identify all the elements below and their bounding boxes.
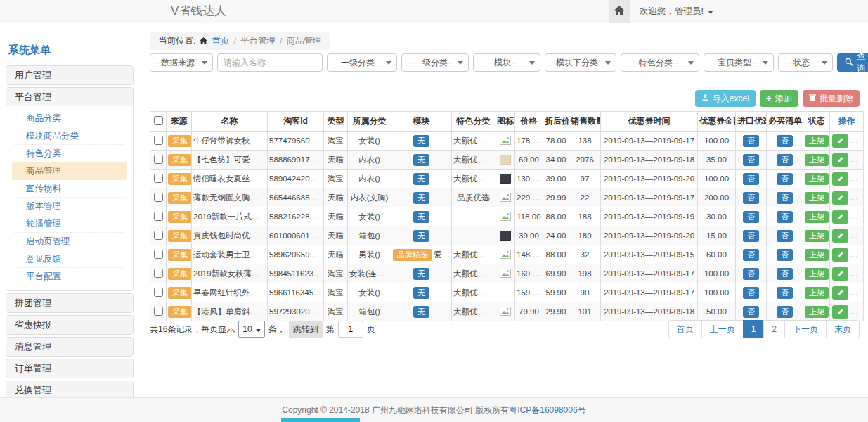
row-checkbox[interactable] bbox=[154, 174, 163, 183]
edit-button[interactable] bbox=[832, 305, 848, 319]
page-button[interactable]: 下一页 bbox=[784, 320, 827, 338]
taoke-id-cell: 589620659791 bbox=[268, 245, 324, 264]
page-size-select[interactable]: 10 bbox=[238, 321, 264, 338]
coupon-time-cell: 2019-09-13—2019-09-17 bbox=[601, 132, 698, 151]
top-navbar: V省钱达人 欢迎您，管理员! bbox=[0, 0, 868, 23]
sidebar-subitem[interactable]: 商品管理 bbox=[12, 162, 127, 180]
pagination-bar: 共16条记录，每页显示 10 条， 跳转到 第 页 首页上一页12下一页末页 bbox=[150, 320, 860, 338]
operations-cell bbox=[830, 302, 864, 321]
imported-badge: 否 bbox=[743, 230, 759, 242]
page-button[interactable]: 2 bbox=[763, 320, 785, 338]
page-button[interactable]: 上一页 bbox=[701, 320, 744, 338]
status-badge: 上架 bbox=[805, 211, 829, 223]
row-select-cell bbox=[150, 151, 167, 170]
coupon-time-cell: 2019-09-13—2019-09-20 bbox=[601, 226, 698, 245]
sidebar-subitem[interactable]: 特色分类 bbox=[12, 145, 127, 162]
must-buy-badge: 否 bbox=[777, 287, 793, 299]
user-menu-toggle[interactable]: 欢迎您，管理员! bbox=[630, 0, 723, 23]
search-button[interactable]: 查询 bbox=[837, 53, 868, 72]
filter-select[interactable]: --特色分类-- bbox=[621, 53, 699, 72]
sidebar-group-heading[interactable]: 省惠快报 bbox=[6, 316, 133, 334]
row-checkbox[interactable] bbox=[154, 212, 163, 221]
filter-select[interactable]: --宝贝类型-- bbox=[704, 53, 774, 72]
name-search-input[interactable] bbox=[217, 53, 323, 72]
sidebar-subitem[interactable]: 轮播管理 bbox=[12, 215, 127, 233]
category-cell: 箱包() bbox=[348, 302, 391, 321]
select-all-checkbox[interactable] bbox=[154, 116, 163, 125]
imported-cell: 否 bbox=[736, 151, 767, 170]
category-cell: 女装() bbox=[348, 283, 391, 302]
sidebar-group: 订单管理 bbox=[6, 359, 134, 378]
imported-cell: 否 bbox=[736, 170, 767, 188]
edit-button[interactable] bbox=[832, 248, 848, 262]
edit-button[interactable] bbox=[832, 153, 848, 167]
filter-select[interactable]: --模块下分类-- bbox=[545, 53, 616, 72]
category-cell: 箱包() bbox=[348, 226, 391, 245]
taoke-id-cell: 577479560965 bbox=[268, 132, 324, 151]
product-name-cell: 真皮钱包时尚优雅女士… bbox=[192, 226, 268, 245]
sidebar-group-heading[interactable]: 订单管理 bbox=[6, 359, 133, 378]
row-checkbox[interactable] bbox=[154, 193, 163, 202]
filter-select[interactable]: --模块-- bbox=[473, 53, 540, 72]
edit-button[interactable] bbox=[832, 229, 848, 243]
filter-select[interactable]: 一级分类 bbox=[327, 53, 397, 72]
source-cell: 采集 bbox=[167, 283, 192, 302]
jump-to-button[interactable]: 跳转到 bbox=[289, 321, 323, 338]
breadcrumb-prefix: 当前位置: bbox=[158, 35, 195, 47]
chevron-down-icon bbox=[458, 61, 463, 65]
sidebar-subitem[interactable]: 启动页管理 bbox=[12, 233, 127, 250]
table-row: 采集2019新款女秋薄款…598451162391淘宝女装(连衣裙)无大额优惠券… bbox=[150, 264, 864, 283]
row-checkbox[interactable] bbox=[154, 307, 163, 316]
chevron-down-icon bbox=[822, 61, 827, 65]
row-checkbox[interactable] bbox=[154, 136, 163, 145]
edit-button[interactable] bbox=[832, 172, 848, 186]
sidebar-subitem[interactable]: 宣传物料 bbox=[12, 180, 127, 198]
product-name-cell: 【港风】单肩斜跨链条… bbox=[192, 302, 268, 321]
edit-button[interactable] bbox=[832, 134, 848, 148]
source-cell: 采集 bbox=[167, 302, 192, 321]
filter-select[interactable]: --状态-- bbox=[778, 53, 833, 72]
type-cell: 天猫 bbox=[324, 245, 348, 264]
row-checkbox[interactable] bbox=[154, 231, 163, 240]
feature-category-cell: 品质优选 bbox=[452, 188, 495, 207]
edit-button[interactable] bbox=[832, 267, 848, 281]
edit-button[interactable] bbox=[832, 210, 848, 224]
sidebar-subitem[interactable]: 商品分类 bbox=[12, 110, 127, 127]
row-select-cell bbox=[150, 283, 167, 302]
page-button[interactable]: 末页 bbox=[826, 320, 860, 338]
product-name-cell: 2019新款女秋薄款… bbox=[192, 264, 268, 283]
filter-select[interactable]: --二级分类-- bbox=[401, 53, 469, 72]
product-thumbnail bbox=[500, 155, 511, 165]
sidebar-subitem[interactable]: 意见反馈 bbox=[12, 250, 127, 268]
sidebar-group-heading[interactable]: 消息管理 bbox=[6, 338, 133, 356]
batch-delete-button[interactable]: 批量删除 bbox=[803, 90, 860, 107]
row-checkbox[interactable] bbox=[154, 269, 163, 278]
jump-page-input[interactable] bbox=[338, 321, 363, 338]
home-nav-button[interactable] bbox=[609, 0, 630, 23]
filter-select[interactable]: --数据来源-- bbox=[150, 53, 213, 72]
sidebar-subitem[interactable]: 平台配置 bbox=[12, 268, 127, 285]
row-checkbox[interactable] bbox=[154, 155, 163, 164]
sidebar-group-heading[interactable]: 用户管理 bbox=[6, 66, 133, 84]
topbar-right: 欢迎您，管理员! bbox=[609, 0, 723, 23]
edit-button[interactable] bbox=[832, 191, 848, 205]
sidebar-subitem[interactable]: 模块商品分类 bbox=[12, 127, 127, 145]
imported-badge: 否 bbox=[743, 249, 759, 261]
page-button[interactable]: 首页 bbox=[668, 320, 702, 338]
sidebar-subitem[interactable]: 版本管理 bbox=[12, 198, 127, 215]
breadcrumb-home-icon bbox=[200, 37, 207, 46]
sidebar-group-heading[interactable]: 平台管理 bbox=[6, 88, 133, 106]
horizontal-scrollbar-thumb[interactable] bbox=[281, 418, 360, 422]
page-button[interactable]: 1 bbox=[743, 320, 765, 338]
import-excel-button[interactable]: 导入excel bbox=[695, 90, 756, 107]
category-cell: 女装() bbox=[348, 207, 391, 226]
breadcrumb-home-link[interactable]: 首页 bbox=[212, 35, 229, 47]
edit-button[interactable] bbox=[832, 286, 848, 300]
row-checkbox[interactable] bbox=[154, 288, 163, 297]
imported-cell: 否 bbox=[736, 132, 767, 151]
feature-category-cell bbox=[452, 226, 495, 245]
sidebar-group-heading[interactable]: 拼团管理 bbox=[6, 294, 133, 312]
row-checkbox[interactable] bbox=[154, 250, 163, 259]
icp-link[interactable]: 粤ICP备16098006号 bbox=[509, 405, 585, 415]
add-button[interactable]: + 添加 bbox=[760, 90, 798, 107]
